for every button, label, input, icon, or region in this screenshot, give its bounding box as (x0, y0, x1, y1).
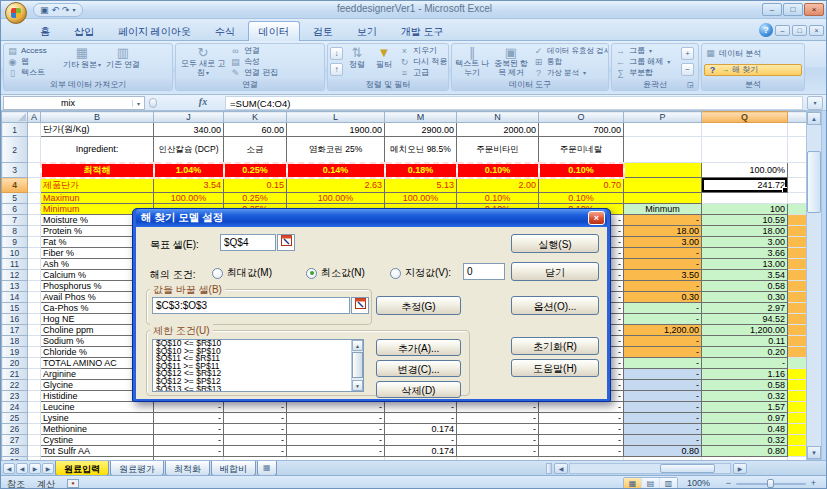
radio-value-of[interactable]: 지정값(V): (390, 266, 451, 280)
row-header-8[interactable]: 8 (2, 225, 28, 236)
zoom-level[interactable]: 100% (687, 478, 710, 488)
row-header-10[interactable]: 10 (2, 247, 28, 258)
cell-N2[interactable]: 주문비타민 (457, 137, 539, 163)
cell-R4[interactable] (788, 178, 807, 193)
cell-O2[interactable]: 주문미네랄 (539, 137, 624, 163)
cell-A19[interactable] (28, 346, 41, 357)
cell-A22[interactable] (28, 379, 41, 390)
column-header-O[interactable]: O (539, 112, 624, 123)
cell-Q6[interactable]: 100 (702, 203, 788, 214)
cell-A4[interactable] (28, 178, 41, 193)
cell-O25[interactable]: - (539, 412, 624, 423)
vertical-scroll-thumb[interactable] (807, 151, 821, 213)
cell-R16[interactable] (788, 313, 807, 324)
formula-input[interactable]: =SUM(C4:O4) (225, 96, 803, 110)
cell-Q26[interactable]: 0.48 (702, 423, 788, 434)
scroll-up-icon[interactable]: ▲ (807, 112, 821, 125)
cell-Q2[interactable] (702, 137, 788, 163)
outline-dialog-launcher-icon[interactable]: ◲ (687, 80, 697, 90)
cell-P12[interactable]: 3.50 (624, 269, 702, 280)
constraint-item[interactable]: $Q$13 <= $R$13 (153, 386, 363, 392)
cell-Q11[interactable]: 13.00 (702, 258, 788, 269)
range-selector-icon[interactable] (277, 234, 295, 251)
cell-Q17[interactable]: 1,200.00 (702, 324, 788, 335)
what-if-analysis-button[interactable]: ?가상 분석▾ (532, 67, 608, 78)
value-of-input[interactable]: 0 (463, 263, 505, 280)
cell-Q18[interactable]: 0.11 (702, 335, 788, 346)
formula-bar-grip[interactable] (149, 98, 157, 108)
cell-O5[interactable]: 0.10% (539, 192, 624, 203)
cell-Q25[interactable]: 0.97 (702, 412, 788, 423)
cell-N28[interactable]: - (457, 445, 539, 456)
cell-B4[interactable]: 제품단가 (41, 178, 154, 193)
cell-R8[interactable] (788, 225, 807, 236)
cell-A2[interactable] (28, 137, 41, 163)
cell-P8[interactable]: 18.00 (624, 225, 702, 236)
radio-min[interactable]: 최소값(N) (306, 266, 365, 280)
cell-M2[interactable]: 메치오닌 98.5% (385, 137, 457, 163)
ribbon-tab-1[interactable]: 홈 (29, 21, 61, 41)
cell-K1[interactable]: 60.00 (224, 123, 287, 137)
cell-Q3[interactable]: 100.00% (702, 163, 788, 178)
cell-J5[interactable]: 100.00% (154, 192, 224, 203)
cell-P9[interactable]: 3.00 (624, 236, 702, 247)
cell-O1[interactable]: 700.00 (539, 123, 624, 137)
office-button[interactable] (5, 2, 27, 24)
cell-R11[interactable] (788, 258, 807, 269)
row-header-22[interactable]: 22 (2, 379, 28, 390)
existing-connections-button[interactable]: ▥기존 연결 (104, 45, 142, 78)
sort-button[interactable]: ⇅정렬 (344, 45, 370, 78)
advanced-button[interactable]: ≡고급 (398, 67, 448, 78)
row-header-14[interactable]: 14 (2, 291, 28, 302)
cell-Q21[interactable]: 1.16 (702, 368, 788, 379)
row-header-26[interactable]: 26 (2, 423, 28, 434)
cell-R7[interactable] (788, 214, 807, 225)
cell-R6[interactable] (788, 203, 807, 214)
cell-L27[interactable]: - (287, 434, 385, 445)
cell-K25[interactable]: - (224, 412, 287, 423)
cell-B24[interactable]: Leucine (41, 401, 154, 412)
sheet-tab-4[interactable]: 배합비 (211, 461, 256, 476)
cell-P16[interactable]: - (624, 313, 702, 324)
row-header-17[interactable]: 17 (2, 324, 28, 335)
cell-K2[interactable]: 소금 (224, 137, 287, 163)
cell-R24[interactable] (788, 401, 807, 412)
scroll-down-icon[interactable]: ▼ (352, 380, 363, 391)
cell-K28[interactable]: - (224, 445, 287, 456)
row-header-18[interactable]: 18 (2, 335, 28, 346)
ribbon-tab-8[interactable]: 개발 도구 (390, 21, 455, 41)
web-button[interactable]: ◉웹 (6, 56, 60, 67)
help-icon[interactable]: ? (759, 23, 773, 37)
cell-K27[interactable]: - (224, 434, 287, 445)
cell-J25[interactable]: - (154, 412, 224, 423)
cell-Q14[interactable]: 0.30 (702, 291, 788, 302)
cell-R19[interactable] (788, 346, 807, 357)
constraints-list-scrollbar[interactable]: ▲▼ (351, 340, 363, 391)
guess-button[interactable]: 추정(G) (376, 296, 461, 315)
dialog-close-icon[interactable]: × (588, 211, 605, 225)
row-header-12[interactable]: 12 (2, 269, 28, 280)
ribbon-tab-7[interactable]: 보기 (346, 21, 388, 41)
cell-M25[interactable]: - (385, 412, 457, 423)
cell-M27[interactable]: - (385, 434, 457, 445)
row-header-4[interactable]: 4 (2, 178, 28, 193)
row-header-13[interactable]: 13 (2, 280, 28, 291)
cell-M5[interactable]: 100.00% (385, 192, 457, 203)
row-header-6[interactable]: 6 (2, 203, 28, 214)
sheet-tab-3[interactable]: 최적화 (165, 461, 210, 476)
hide-detail-button[interactable]: − (681, 63, 694, 76)
scroll-down-icon[interactable]: ▼ (807, 446, 821, 459)
cell-Q7[interactable]: 10.59 (702, 214, 788, 225)
cell-Q16[interactable]: 94.52 (702, 313, 788, 324)
cell-L3[interactable]: 0.14% (287, 163, 385, 178)
cell-L5[interactable]: 100.00% (287, 192, 385, 203)
cell-N27[interactable]: - (457, 434, 539, 445)
select-all-corner[interactable] (2, 112, 28, 123)
cell-P25[interactable]: - (624, 412, 702, 423)
cell-K5[interactable]: 0.25% (224, 192, 287, 203)
clear-filter-button[interactable]: ×지우기 (398, 45, 448, 56)
cell-R15[interactable] (788, 302, 807, 313)
cell-R12[interactable] (788, 269, 807, 280)
cell-A12[interactable] (28, 269, 41, 280)
cell-J24[interactable]: - (154, 401, 224, 412)
